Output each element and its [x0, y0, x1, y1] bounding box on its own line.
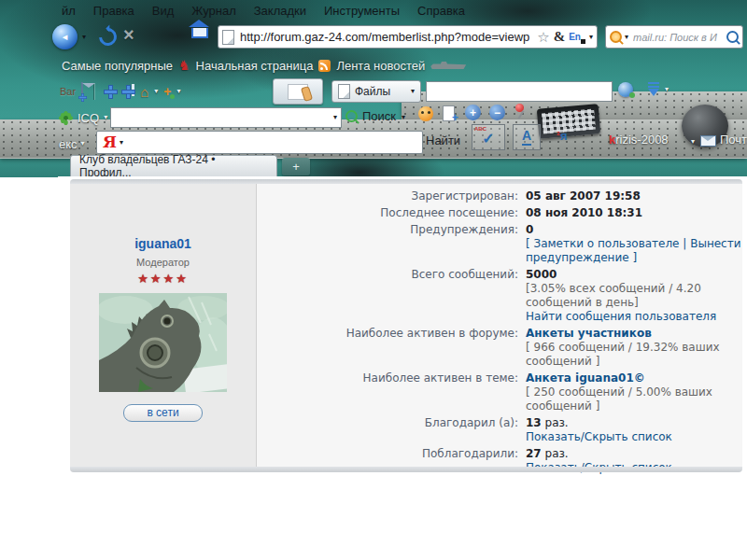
- stop-icon[interactable]: ×: [123, 24, 134, 46]
- home-small-icon[interactable]: ⌂: [140, 85, 148, 99]
- search-engine-dropdown[interactable]: ▾: [625, 34, 628, 41]
- profile-identity-cell: iguana01 Модератор ★★★★ в сети: [70, 184, 257, 467]
- profile-row-last-visit: Последнее посещение: 08 ноя 2010 18:31: [264, 206, 742, 220]
- download-list-icon[interactable]: [646, 80, 661, 97]
- spellcheck-icon[interactable]: ABC ✓: [472, 124, 505, 150]
- add-icon[interactable]: [105, 86, 117, 98]
- menu-bookmarks[interactable]: Закладки: [254, 4, 317, 18]
- warning-links: [ Заметки о пользователе | Вынести преду…: [526, 237, 742, 265]
- zoom-out-icon[interactable]: −: [489, 105, 505, 120]
- hand-pointer-icon: [288, 84, 308, 100]
- translit-icon[interactable]: zя: [557, 129, 568, 143]
- icq-combo-dropdown[interactable]: ▾: [330, 114, 341, 121]
- zoom-in-icon[interactable]: +: [465, 105, 481, 120]
- icq-label[interactable]: ICQ: [78, 111, 99, 125]
- plus-icon: [79, 94, 87, 102]
- profile-details-cell: Зарегистрирован: 05 авг 2007 19:58 После…: [257, 184, 742, 467]
- username-link[interactable]: iguana01: [70, 236, 256, 251]
- add-page-icon[interactable]: [443, 105, 455, 121]
- yandex-label[interactable]: екс: [59, 137, 78, 151]
- back-history-dropdown[interactable]: ▾: [82, 34, 86, 41]
- account-dropdown[interactable]: ▾: [691, 138, 695, 146]
- hand-pointer-button[interactable]: [273, 78, 323, 105]
- add-window-icon[interactable]: [122, 86, 134, 98]
- search-engine-icon[interactable]: [610, 31, 622, 43]
- mail-envelope-icon[interactable]: [700, 135, 716, 147]
- separator: |: [680, 237, 691, 250]
- url-bar[interactable]: ☆ & En ▾: [218, 25, 598, 49]
- bracket: ]: [629, 251, 638, 264]
- yandex-dropdown[interactable]: ▾: [81, 140, 85, 147]
- active-topic-link[interactable]: Анкета iguana01©: [526, 371, 645, 385]
- poisk-dropdown[interactable]: ▾: [402, 114, 405, 121]
- ampersand-addon-icon[interactable]: &: [554, 29, 566, 45]
- row-value: 05 авг 2007 19:58: [526, 189, 641, 203]
- bookmark-most-visited[interactable]: Самые популярные: [62, 59, 173, 73]
- profile-row-warnings: Предупреждения: 0 [ Заметки о пользовате…: [264, 223, 742, 265]
- bookmark-star-icon[interactable]: ☆: [537, 30, 549, 44]
- show-hide-list-link[interactable]: Показать/Скрыть список: [526, 430, 672, 443]
- download-dropdown[interactable]: ▾: [665, 86, 669, 93]
- pin-icon[interactable]: [515, 104, 524, 112]
- smiley-icon[interactable]: [418, 106, 433, 121]
- language-en-icon[interactable]: En: [569, 32, 585, 42]
- profile-row-active-topic: Наиболее активен в теме: Анкета iguana01…: [264, 371, 742, 413]
- toolbar-text-input[interactable]: [426, 81, 613, 102]
- tab-title: Клуб владельцев ГАЗ-24 • Профил...: [79, 153, 268, 179]
- home-small-dropdown[interactable]: ▾: [154, 88, 158, 95]
- mailru-account-label[interactable]: krizis-2008: [609, 133, 669, 147]
- row-label: Наиболее активен в теме:: [264, 371, 526, 413]
- mail-add-icon[interactable]: [81, 83, 83, 100]
- bookmark-news-feed[interactable]: Лента новостей: [336, 59, 425, 73]
- icq-search-combo[interactable]: ▾: [110, 107, 342, 128]
- menu-view[interactable]: Вид: [152, 4, 185, 18]
- poisk-button[interactable]: Поиск: [362, 109, 396, 123]
- user-rank: Модератор: [70, 257, 256, 268]
- menu-file[interactable]: йл: [62, 4, 86, 18]
- yandex-input-dropdown[interactable]: ▾: [120, 139, 123, 147]
- profile-panel: iguana01 Модератор ★★★★ в сети: [70, 184, 742, 467]
- mail-label[interactable]: Почта: [720, 133, 747, 147]
- search-go-icon[interactable]: [726, 31, 739, 43]
- home-icon[interactable]: [191, 28, 208, 38]
- icq-search-input[interactable]: [111, 110, 330, 125]
- search-green-icon[interactable]: [345, 110, 358, 122]
- online-status-button[interactable]: в сети: [123, 404, 202, 422]
- yandex-search-input[interactable]: [126, 134, 416, 150]
- menu-edit[interactable]: Правка: [93, 4, 145, 18]
- row-label: Всего сообщений:: [264, 268, 526, 324]
- file-icon: [338, 84, 350, 99]
- search-input[interactable]: [631, 31, 724, 44]
- active-forum-link[interactable]: Анкеты участников: [526, 327, 652, 340]
- browser-tab[interactable]: Клуб владельцев ГАЗ-24 • Профил...: [70, 155, 277, 176]
- new-tab-button[interactable]: +: [282, 158, 310, 175]
- yandex-logo-icon: Я: [103, 134, 117, 150]
- back-button[interactable]: ◂: [52, 24, 78, 49]
- files-dropdown-button[interactable]: Файлы ▾: [331, 80, 421, 103]
- icq-dropdown[interactable]: ▾: [104, 114, 107, 121]
- search-bar[interactable]: ▾: [605, 25, 743, 49]
- bookmark-home-page[interactable]: Начальная страница: [196, 59, 314, 73]
- page-favicon-icon: [222, 30, 234, 45]
- row-value: 0: [526, 223, 533, 236]
- profile-row-total-posts: Всего сообщений: 5000 [3.05% всех сообще…: [264, 268, 742, 324]
- menu-bar: йл Правка Вид Журнал Закладки Инструмент…: [0, 2, 747, 19]
- row-value: 5000: [526, 268, 557, 281]
- url-input[interactable]: [238, 29, 533, 45]
- add-service-dropdown[interactable]: ▾: [176, 88, 180, 95]
- blue-globe-icon[interactable]: [618, 82, 633, 97]
- yandex-search-box[interactable]: Я ▾: [96, 131, 423, 154]
- menu-tools[interactable]: Инструменты: [324, 4, 410, 18]
- menu-history[interactable]: Журнал: [191, 4, 246, 18]
- add-service-icon[interactable]: +: [163, 85, 171, 98]
- urlbar-dropdown[interactable]: ▾: [589, 34, 593, 41]
- row-value: 08 ноя 2010 18:31: [526, 206, 642, 219]
- find-user-posts-link[interactable]: Найти сообщения пользователя: [526, 310, 716, 323]
- naiti-button[interactable]: Найти: [426, 133, 460, 147]
- files-dropdown-arrow[interactable]: ▾: [411, 88, 415, 95]
- menu-help[interactable]: Справка: [417, 4, 475, 18]
- translate-icon[interactable]: A: [513, 124, 541, 150]
- row-label: Наиболее активен в форуме:: [264, 327, 526, 369]
- user-notes-link[interactable]: Заметки о пользователе: [534, 237, 680, 250]
- profile-row-active-forum: Наиболее активен в форуме: Анкеты участн…: [264, 327, 742, 369]
